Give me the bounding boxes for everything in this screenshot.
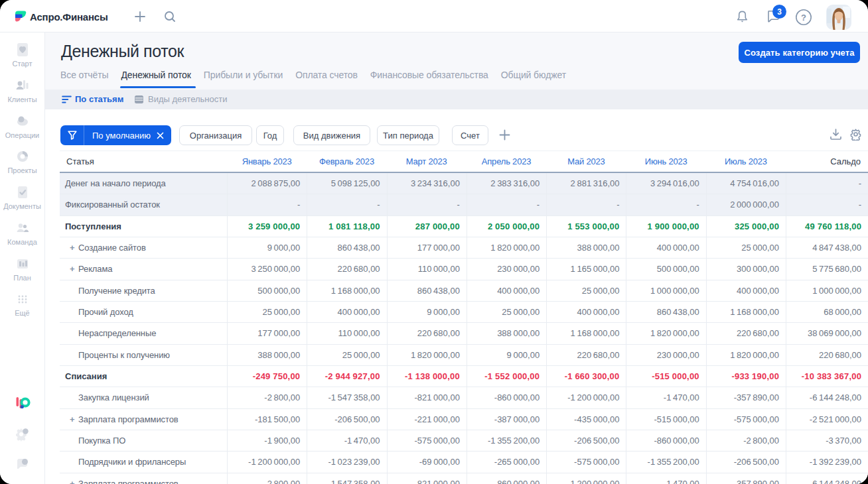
svg-text:?: ? [801, 13, 806, 23]
